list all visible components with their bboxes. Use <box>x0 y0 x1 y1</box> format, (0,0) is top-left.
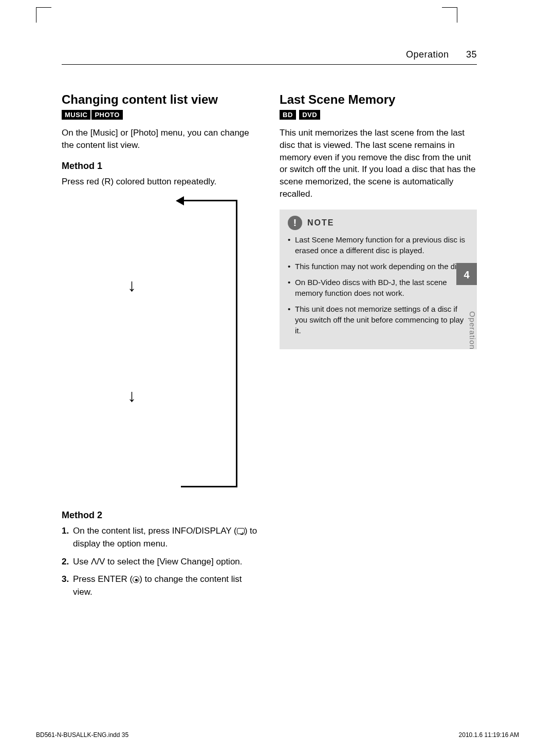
badge-photo: PHOTO <box>91 110 123 120</box>
method2-steps: On the content list, press INFO/DISPLAY … <box>62 525 259 598</box>
badges-left: MUSICPHOTO <box>62 110 259 120</box>
chapter-label: Operation <box>456 308 477 350</box>
note-item: This function may not work depending on … <box>288 261 469 272</box>
right-column: Last Scene Memory BD DVD This unit memor… <box>280 82 477 694</box>
badges-right: BD DVD <box>280 110 477 120</box>
down-arrow-icon: ↓ <box>127 276 136 294</box>
method2-step-3: Press ENTER () to change the content lis… <box>62 573 259 598</box>
step1-text-a: On the content list, press INFO/DISPLAY … <box>73 526 237 536</box>
method2-step-2: Use Λ/V to select the [View Change] opti… <box>62 556 259 569</box>
page-footer: BD561-N-BUSALLK-ENG.indd 35 2010.1.6 11:… <box>36 731 519 739</box>
footer-timestamp: 2010.1.6 11:19:16 AM <box>459 731 519 739</box>
crop-mark-top-right <box>442 7 457 23</box>
chapter-tab: 4 <box>456 263 477 285</box>
intro-text: On the [Music] or [Photo] menu, you can … <box>62 127 259 152</box>
chapter-number: 4 <box>464 269 469 280</box>
note-list: Last Scene Memory function for a previou… <box>288 234 469 336</box>
page-header: Operation 35 <box>62 49 477 65</box>
note-exclamation-icon: ! <box>288 216 302 230</box>
badge-bd: BD <box>280 110 296 120</box>
crop-mark-top-left <box>36 7 51 23</box>
info-display-icon <box>237 528 245 534</box>
footer-filename: BD561-N-BUSALLK-ENG.indd 35 <box>36 731 128 739</box>
view-cycle-diagram: ↓ ↓ <box>62 197 259 500</box>
method2-heading: Method 2 <box>62 510 259 521</box>
header-section: Operation <box>406 49 449 60</box>
left-column: Changing content list view MUSICPHOTO On… <box>62 82 259 694</box>
down-arrow-icon: ↓ <box>127 387 136 404</box>
note-item: On BD-Video discs with BD-J, the last sc… <box>288 277 469 298</box>
method1-heading: Method 1 <box>62 161 259 172</box>
step3-text-a: Press ENTER ( <box>73 574 133 584</box>
content-area: Changing content list view MUSICPHOTO On… <box>62 82 477 694</box>
method1-text: Press red (R) colored button repeatedly. <box>62 176 259 188</box>
cycle-bracket <box>181 200 237 487</box>
heading-changing-view: Changing content list view <box>62 92 259 107</box>
note-box: ! NOTE Last Scene Memory function for a … <box>280 210 477 349</box>
note-title: NOTE <box>307 218 334 228</box>
badge-music: MUSIC <box>62 110 90 120</box>
enter-icon <box>133 576 139 583</box>
badge-dvd: DVD <box>299 110 320 120</box>
note-item: Last Scene Memory function for a previou… <box>288 234 469 256</box>
last-scene-body: This unit memorizes the last scene from … <box>280 127 477 200</box>
header-page-number: 35 <box>466 49 477 60</box>
note-item: This unit does not memorize settings of … <box>288 304 469 336</box>
heading-last-scene: Last Scene Memory <box>280 92 477 107</box>
note-header: ! NOTE <box>288 216 469 230</box>
manual-page: Operation 35 Changing content list view … <box>0 0 555 756</box>
method2-step-1: On the content list, press INFO/DISPLAY … <box>62 525 259 550</box>
